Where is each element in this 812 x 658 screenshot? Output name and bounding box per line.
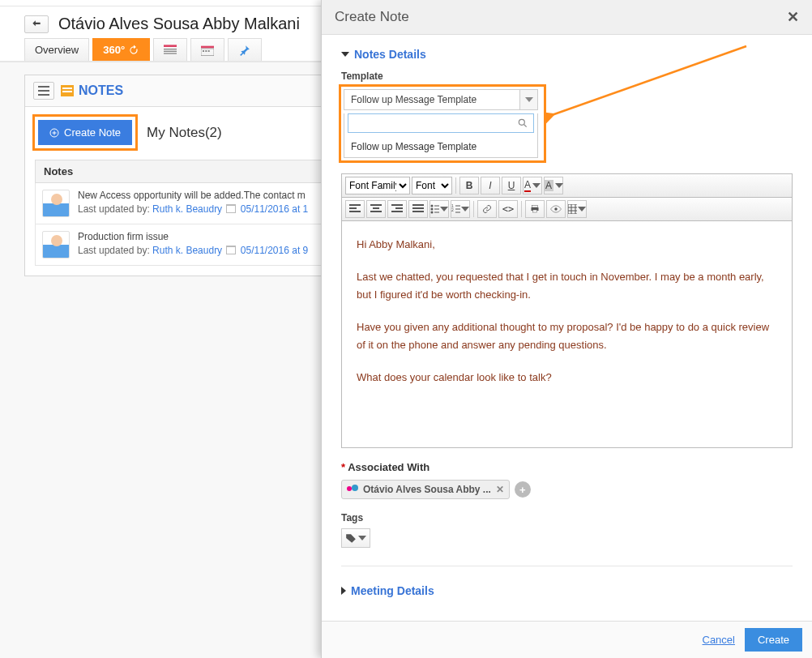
svg-rect-16 <box>532 206 538 208</box>
note-title: Production firm issue <box>78 231 308 242</box>
svg-point-10 <box>519 119 524 125</box>
search-icon <box>517 118 528 129</box>
chevron-down-icon <box>341 52 349 57</box>
annotation-highlight: Create Note <box>35 117 135 148</box>
table-button[interactable] <box>567 200 587 218</box>
modal-title: Create Note <box>335 9 409 25</box>
tags-label: Tags <box>341 512 793 523</box>
modal-close-button[interactable]: ✕ <box>787 8 799 26</box>
cancel-button[interactable]: Cancel <box>703 634 735 646</box>
note-date: 05/11/2016 at 9 <box>241 245 308 256</box>
print-button[interactable] <box>525 200 545 218</box>
tab-label: 360° <box>103 44 125 56</box>
section-title: Notes Details <box>354 48 426 61</box>
tab-calendar[interactable] <box>190 38 224 61</box>
template-option[interactable]: Follow up Message Template <box>344 136 537 157</box>
calendar-icon <box>201 45 214 56</box>
section-title: Meeting Details <box>351 584 434 597</box>
chip-label: Otávio Alves Sousa Abby ... <box>363 484 491 495</box>
list-detail-icon <box>164 45 177 56</box>
template-combobox[interactable]: Follow up Message Template <box>344 89 538 110</box>
svg-rect-5 <box>201 49 214 56</box>
create-note-modal: Create Note ✕ Notes Details Template Fol… <box>321 0 812 658</box>
calendar-icon <box>226 204 236 213</box>
tag-icon <box>345 533 357 543</box>
template-search-input[interactable] <box>353 118 517 129</box>
tab-pin[interactable] <box>228 38 262 61</box>
template-selected-value: Follow up Message Template <box>344 94 519 105</box>
body-paragraph: Last we chatted, you requested that I ge… <box>357 268 777 304</box>
chevron-down-icon <box>519 90 537 109</box>
italic-button[interactable]: I <box>481 177 500 194</box>
updated-by-label: Last updated by: <box>78 203 150 215</box>
align-left-button[interactable] <box>345 200 365 218</box>
body-paragraph: Hi Abby Malkani, <box>357 236 777 254</box>
tab-overview[interactable]: Overview <box>24 38 89 61</box>
svg-rect-6 <box>203 50 204 52</box>
svg-text:2: 2 <box>451 207 454 212</box>
svg-rect-7 <box>205 50 207 52</box>
bold-button[interactable]: B <box>459 177 479 194</box>
chip-remove-button[interactable]: ✕ <box>494 484 506 495</box>
create-note-button[interactable]: Create Note <box>38 120 132 145</box>
svg-point-12 <box>431 208 434 211</box>
chevron-down-icon <box>358 536 366 540</box>
page-title: Otávio Alves Sousa Abby Malkani <box>58 15 300 33</box>
my-notes-label: My Notes(2) <box>147 125 222 141</box>
chevron-right-icon <box>341 587 346 595</box>
font-family-select[interactable]: Font Family <box>345 177 410 194</box>
section-notes-details[interactable]: Notes Details <box>341 48 793 61</box>
align-justify-icon <box>412 204 424 214</box>
template-dropdown-list: Follow up Message Template <box>344 113 538 158</box>
align-right-button[interactable] <box>387 200 407 218</box>
bullet-list-button[interactable] <box>430 200 449 218</box>
align-justify-button[interactable] <box>408 200 428 218</box>
create-button[interactable]: Create <box>745 628 802 652</box>
align-center-button[interactable] <box>366 200 386 218</box>
svg-rect-1 <box>164 49 177 49</box>
link-button[interactable] <box>477 200 497 218</box>
add-association-button[interactable]: + <box>515 481 531 498</box>
notes-panel-title: NOTES <box>79 83 123 98</box>
preview-button[interactable] <box>546 200 566 218</box>
note-body-editor[interactable]: Hi Abby Malkani, Last we chatted, you re… <box>341 221 793 448</box>
required-star: * <box>341 461 345 473</box>
section-meeting-details[interactable]: Meeting Details <box>341 584 793 597</box>
notes-icon <box>61 85 74 96</box>
svg-rect-2 <box>164 50 177 51</box>
svg-point-11 <box>431 205 434 207</box>
highlight-color-button[interactable]: A <box>544 177 563 194</box>
panel-menu-button[interactable] <box>33 82 54 100</box>
template-dropdown-highlight: Follow up Message Template Follow up Mes… <box>341 87 544 160</box>
updated-by-user[interactable]: Ruth k. Beaudry <box>152 245 222 256</box>
align-left-icon <box>349 204 361 214</box>
numbered-list-icon: 12 <box>451 204 460 214</box>
plus-circle-icon <box>49 128 59 138</box>
bullet-list-icon <box>430 204 439 214</box>
code-button[interactable]: <> <box>498 200 518 218</box>
table-icon <box>568 204 577 214</box>
svg-point-19 <box>554 207 558 211</box>
back-button[interactable] <box>24 15 49 33</box>
svg-point-13 <box>431 212 434 214</box>
refresh-icon <box>128 45 139 56</box>
template-label: Template <box>341 70 793 82</box>
calendar-icon <box>226 246 236 254</box>
eye-icon <box>550 205 562 213</box>
add-tag-button[interactable] <box>341 528 370 548</box>
text-color-button[interactable]: A <box>523 177 542 194</box>
people-icon <box>347 485 360 494</box>
underline-button[interactable]: U <box>502 177 521 194</box>
updated-by-label: Last updated by: <box>78 245 150 256</box>
numbered-list-button[interactable]: 12 <box>451 200 470 218</box>
font-size-select[interactable]: Font Si <box>412 177 452 194</box>
align-center-icon <box>370 204 382 214</box>
avatar <box>42 190 70 217</box>
align-right-icon <box>391 204 403 214</box>
associated-with-label: Associated With <box>348 461 430 473</box>
tab-label: Overview <box>35 44 79 56</box>
tab-360[interactable]: 360° <box>92 38 150 61</box>
link-icon <box>481 204 493 214</box>
tab-detail-list[interactable] <box>153 38 187 61</box>
updated-by-user[interactable]: Ruth k. Beaudry <box>152 203 222 215</box>
